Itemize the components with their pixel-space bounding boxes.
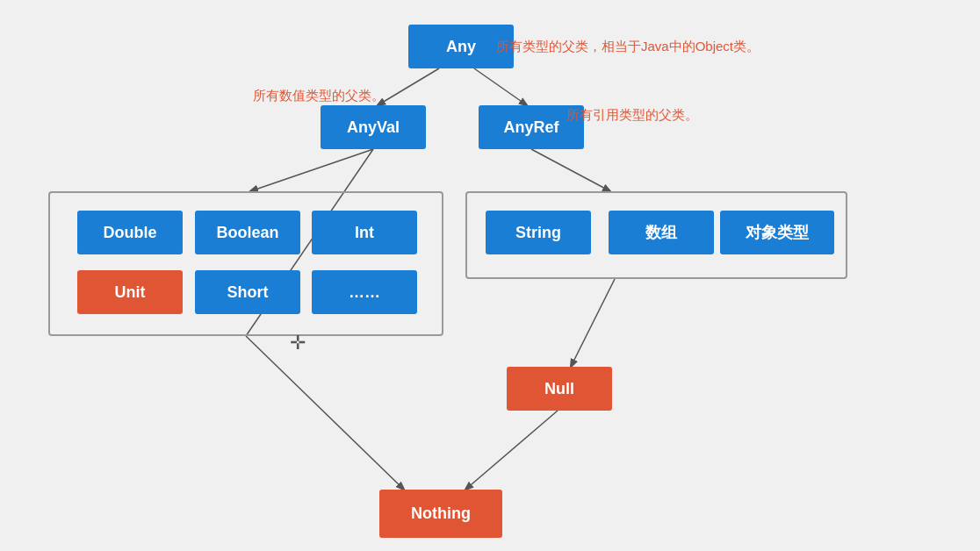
move-icon: ✛	[290, 332, 306, 354]
diagram-container: Any AnyVal AnyRef Double Boolean Int Uni…	[0, 0, 980, 551]
int-node: Int	[312, 211, 417, 254]
double-node: Double	[77, 211, 183, 254]
objtype-node: 对象类型	[720, 211, 834, 254]
nothing-node: Nothing	[379, 490, 502, 538]
any-annotation: 所有类型的父类，相当于Java中的Object类。	[496, 39, 760, 55]
string-node: String	[486, 211, 591, 254]
unit-node: Unit	[77, 270, 183, 314]
svg-line-2	[250, 149, 373, 191]
null-node: Null	[507, 367, 612, 411]
anyval-annotation: 所有数值类型的父类。	[253, 88, 385, 104]
anyref-annotation: 所有引用类型的父类。	[566, 107, 698, 124]
svg-line-3	[531, 149, 610, 191]
svg-line-6	[571, 279, 615, 367]
array-node: 数组	[609, 211, 714, 254]
svg-line-0	[378, 68, 439, 105]
svg-line-5	[465, 411, 558, 490]
ellipsis-node: ……	[312, 270, 417, 314]
svg-line-4	[246, 336, 404, 490]
svg-line-1	[474, 68, 527, 105]
short-node: Short	[195, 270, 300, 314]
anyval-node: AnyVal	[321, 105, 426, 149]
boolean-node: Boolean	[195, 211, 300, 254]
